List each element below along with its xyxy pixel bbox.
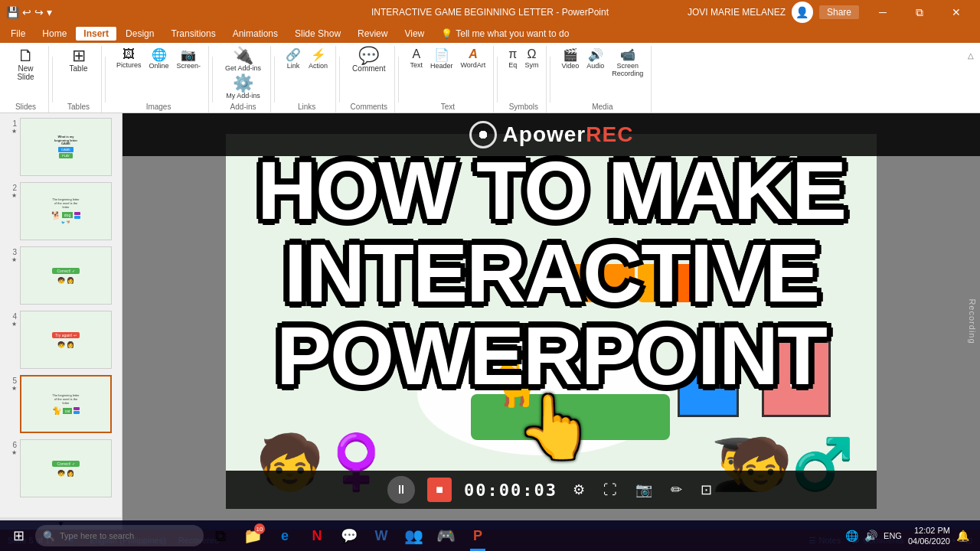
- undo-icon[interactable]: ↩: [22, 6, 31, 18]
- ribbon-collapse-button[interactable]: △: [965, 49, 977, 61]
- my-addins-button[interactable]: ⚙️ My Add-ins: [221, 73, 265, 101]
- header-footer-button[interactable]: 📄 Header: [427, 46, 456, 71]
- slide-thumb-5[interactable]: The beginning letterof the word is thele…: [20, 375, 112, 433]
- online-pictures-button[interactable]: 🌐 Online: [146, 46, 172, 71]
- redo-icon[interactable]: ↪: [34, 6, 44, 18]
- close-button[interactable]: ✕: [939, 0, 974, 24]
- quick-access-toolbar[interactable]: 💾 ↩ ↪ ▾: [6, 6, 52, 18]
- ribbon-group-images: 🖼 Pictures 🌐 Online 📷 Screen- Images: [109, 46, 209, 112]
- taskbar-skype[interactable]: 💬: [334, 520, 364, 551]
- menu-tell-me[interactable]: 💡 Tell me what you want to do: [433, 27, 577, 41]
- menu-insert[interactable]: Insert: [76, 27, 116, 41]
- audio-button[interactable]: 🔊 Audio: [583, 46, 607, 79]
- title-line-1: HOW TO MAKE: [226, 149, 877, 232]
- rec-layout-icon[interactable]: ⊡: [697, 478, 715, 501]
- taskbar-file-explorer[interactable]: 📁 10: [237, 520, 268, 551]
- apowerrec-overlay: ⏺ ApowerREC: [122, 113, 980, 156]
- taskbar: ⊞ 🔍 ⧉ 📁 10 e N 💬 W 👥 🎮 P 🌐 🔊 ENG 12:02 P…: [0, 520, 980, 551]
- new-slide-button[interactable]: 🗋 New Slide: [11, 46, 41, 83]
- video-button[interactable]: 🎬 Video: [558, 46, 582, 79]
- search-icon: 🔍: [43, 530, 55, 542]
- symbol-button[interactable]: Ω Sym: [521, 46, 541, 70]
- start-button[interactable]: ⊞: [3, 520, 34, 551]
- language-indicator: ENG: [884, 531, 902, 540]
- clock[interactable]: 12:02 PM 04/06/2020: [908, 525, 950, 547]
- pictures-button[interactable]: 🖼 Pictures: [113, 46, 145, 71]
- ribbon-group-slides: 🗋 New Slide Slides: [3, 46, 49, 112]
- taskbar-task-view[interactable]: ⧉: [205, 520, 236, 551]
- textbox-button[interactable]: A Text: [407, 46, 426, 71]
- table-button[interactable]: ⊞ Table: [64, 46, 94, 74]
- menu-slideshow[interactable]: Slide Show: [287, 27, 348, 41]
- menu-view[interactable]: View: [397, 27, 432, 41]
- cursor-hand: 👆: [517, 391, 593, 463]
- pause-recording-button[interactable]: ⏸: [387, 476, 415, 504]
- slide-item-1[interactable]: 1 ★ What is mybeginning letterGAME GAME …: [3, 116, 119, 178]
- table-label: Table: [70, 64, 88, 73]
- wordart-button[interactable]: A WordArt: [458, 46, 489, 71]
- taskbar-game[interactable]: 🎮: [430, 520, 461, 551]
- avatar: 👤: [792, 2, 813, 23]
- menu-home[interactable]: Home: [34, 27, 74, 41]
- slide-item-2[interactable]: 2 ★ The beginning letterof the word is t…: [3, 181, 119, 242]
- ribbon-separator-7: [497, 57, 498, 103]
- date-display: 04/06/2020: [908, 536, 950, 546]
- taskbar-edge[interactable]: e: [270, 520, 300, 551]
- comments-group-label: Comments: [351, 103, 387, 112]
- comment-button[interactable]: 💬 Comment: [348, 46, 390, 74]
- get-addins-button[interactable]: 🔌 Get Add-ins: [220, 46, 266, 73]
- menu-review[interactable]: Review: [350, 27, 395, 41]
- minimize-button[interactable]: ─: [865, 0, 900, 24]
- slide-item-4[interactable]: 4 ★ Try again! ↩ 🧒 👩: [3, 309, 119, 370]
- screen-recording-button[interactable]: 📹 Screen Recording: [609, 46, 646, 79]
- task-view-icon: ⧉: [215, 527, 226, 545]
- menu-bar: File Home Insert Design Transitions Anim…: [0, 24, 980, 43]
- search-input[interactable]: [60, 531, 196, 540]
- screenshot-button[interactable]: 📷 Screen-: [174, 46, 204, 71]
- taskbar-word[interactable]: W: [366, 520, 397, 551]
- addins-group-label: Add-ins: [230, 103, 256, 112]
- slide-scroll-area[interactable]: 1 ★ What is mybeginning letterGAME GAME …: [0, 113, 122, 517]
- rec-screenshot-icon[interactable]: 📷: [632, 478, 655, 501]
- links-group-label: Links: [298, 103, 315, 112]
- slide-item-6[interactable]: 6 ★ Correct! ✓ 🧒 👩: [3, 438, 119, 499]
- menu-transitions[interactable]: Transitions: [163, 27, 223, 41]
- ribbon-group-media: 🎬 Video 🔊 Audio 📹 Screen Recording Media: [554, 46, 652, 112]
- menu-file[interactable]: File: [3, 27, 33, 41]
- slide-thumb-1[interactable]: What is mybeginning letterGAME GAME PLAY: [20, 118, 112, 176]
- hyperlink-button[interactable]: 🔗 Link: [283, 46, 304, 71]
- slide-item-3[interactable]: 3 ★ Correct! ✓ 🧒 👩: [3, 245, 119, 306]
- slide-thumb-3[interactable]: Correct! ✓ 🧒 👩: [20, 246, 112, 305]
- network-icon[interactable]: 🌐: [845, 530, 858, 542]
- window-controls[interactable]: ─ ⧉ ✕: [865, 0, 974, 24]
- menu-animations[interactable]: Animations: [225, 27, 286, 41]
- apowerrec-circle-icon: ⏺: [469, 121, 497, 148]
- main-title: HOW TO MAKE INTERACTIVE POWERPOINT: [226, 149, 877, 397]
- ribbon-group-links: 🔗 Link ⚡ Action Links: [278, 46, 336, 112]
- window-title: INTERACTIVE GAME BEGINNING LETTER - Powe…: [371, 7, 609, 18]
- rec-fullscreen-icon[interactable]: ⛶: [600, 479, 620, 501]
- slide-thumb-6[interactable]: Correct! ✓ 🧒 👩: [20, 439, 112, 497]
- menu-design[interactable]: Design: [118, 27, 162, 41]
- slide-thumb-4[interactable]: Try again! ↩ 🧒 👩: [20, 311, 112, 369]
- share-button[interactable]: Share: [819, 5, 859, 19]
- ribbon-group-comments: 💬 Comment Comments: [343, 46, 395, 112]
- rec-annotate-icon[interactable]: ✏: [668, 478, 685, 501]
- restore-button[interactable]: ⧉: [902, 0, 937, 24]
- ribbon-group-text: A Text 📄 Header A WordArt Text: [402, 46, 494, 112]
- rec-settings-icon[interactable]: ⚙: [570, 478, 588, 501]
- slide-thumb-2[interactable]: The beginning letterof the word is thele…: [20, 182, 112, 240]
- customize-icon[interactable]: ▾: [47, 6, 52, 18]
- recording-control-bar: ⏸ ■ 00:00:03 ⚙ ⛶ 📷 ✏ ⊡: [226, 471, 877, 509]
- taskbar-people[interactable]: 👥: [398, 520, 429, 551]
- taskbar-powerpoint[interactable]: P: [462, 520, 493, 551]
- search-bar[interactable]: 🔍: [35, 525, 204, 546]
- stop-recording-button[interactable]: ■: [427, 478, 452, 502]
- equation-button[interactable]: π Eq: [505, 46, 520, 70]
- taskbar-netflix[interactable]: N: [302, 520, 332, 551]
- notification-icon[interactable]: 🔔: [956, 530, 969, 542]
- action-button[interactable]: ⚡ Action: [305, 46, 331, 71]
- volume-icon[interactable]: 🔊: [864, 530, 877, 542]
- slide-item-5[interactable]: 5 ★ The beginning letterof the word is t…: [3, 373, 119, 435]
- save-icon[interactable]: 💾: [6, 6, 19, 18]
